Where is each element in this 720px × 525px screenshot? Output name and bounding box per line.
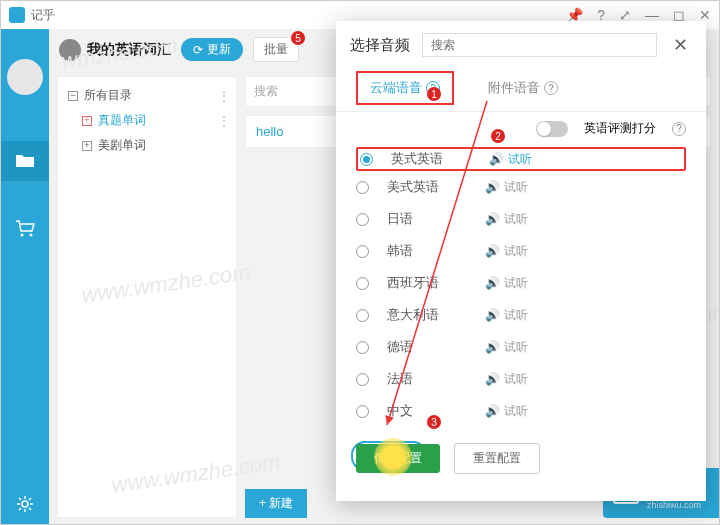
- preview-button[interactable]: 🔊试听: [485, 339, 528, 356]
- svg-point-0: [21, 234, 24, 237]
- language-label: 西班牙语: [387, 274, 467, 292]
- help-icon[interactable]: ?: [544, 81, 558, 95]
- preview-button[interactable]: 🔊试听: [485, 275, 528, 292]
- reset-config-button[interactable]: 重置配置: [454, 443, 540, 474]
- speaker-icon: 🔊: [485, 180, 500, 194]
- speaker-icon: 🔊: [485, 340, 500, 354]
- dialog-close-icon[interactable]: ✕: [669, 34, 692, 56]
- language-option[interactable]: 中文 🔊试听: [356, 395, 686, 427]
- language-option[interactable]: 德语 🔊试听: [356, 331, 686, 363]
- speaker-icon: 🔊: [485, 404, 500, 418]
- annotation-3: 3: [427, 415, 441, 429]
- update-button[interactable]: ⟳ 更新: [181, 38, 243, 61]
- language-label: 意大利语: [387, 306, 467, 324]
- radio-icon: [356, 341, 369, 354]
- language-option[interactable]: 日语 🔊试听: [356, 203, 686, 235]
- language-option[interactable]: 西班牙语 🔊试听: [356, 267, 686, 299]
- radio-icon: [356, 277, 369, 290]
- preview-button[interactable]: 🔊试听: [485, 403, 528, 420]
- language-label: 法语: [387, 370, 467, 388]
- app-name: 记乎: [31, 7, 55, 24]
- rail-folder[interactable]: [1, 141, 49, 181]
- speaker-icon: 🔊: [489, 152, 504, 166]
- eval-label: 英语评测打分: [584, 120, 656, 137]
- language-label: 韩语: [387, 242, 467, 260]
- tab-attachment-voice[interactable]: 附件语音?: [482, 75, 564, 101]
- tree-root[interactable]: −所有目录⋮: [62, 83, 232, 108]
- rail-settings[interactable]: [1, 484, 49, 524]
- language-label: 德语: [387, 338, 467, 356]
- svg-point-1: [30, 234, 33, 237]
- new-button[interactable]: + 新建: [245, 489, 307, 518]
- language-option[interactable]: 英式英语 🔊试听: [356, 147, 686, 171]
- language-option[interactable]: 意大利语 🔊试听: [356, 299, 686, 331]
- dialog-search-input[interactable]: [422, 33, 657, 57]
- radio-icon: [356, 405, 369, 418]
- speaker-icon: 🔊: [485, 372, 500, 386]
- annotation-5: 5: [291, 31, 305, 45]
- radio-icon: [356, 373, 369, 386]
- tree-item-meiju[interactable]: +美剧单词: [62, 133, 232, 158]
- avatar[interactable]: [7, 59, 43, 95]
- language-option[interactable]: 法语 🔊试听: [356, 363, 686, 395]
- profile-pic[interactable]: [59, 39, 81, 61]
- language-option[interactable]: 韩语 🔊试听: [356, 235, 686, 267]
- audio-dialog: 选择音频 ✕ 云端语音? 附件语音? 英语评测打分 ? 英式英语 🔊试听 美式英…: [336, 21, 706, 501]
- folder-tree: −所有目录⋮ +真题单词⋮ +美剧单词: [57, 76, 237, 518]
- preview-button[interactable]: 🔊试听: [485, 371, 528, 388]
- language-label: 美式英语: [387, 178, 467, 196]
- help-icon[interactable]: ?: [672, 122, 686, 136]
- language-option[interactable]: 美式英语 🔊试听: [356, 171, 686, 203]
- radio-icon: [356, 309, 369, 322]
- eval-toggle[interactable]: [536, 121, 568, 137]
- vocab-title: 我的英语词汇: [87, 41, 171, 59]
- tree-item-zhenti[interactable]: +真题单词⋮: [62, 108, 232, 133]
- radio-icon: [356, 245, 369, 258]
- language-label: 日语: [387, 210, 467, 228]
- radio-icon: [356, 213, 369, 226]
- language-label: 英式英语: [391, 150, 471, 168]
- app-logo: [9, 7, 25, 23]
- annotation-2: 2: [491, 129, 505, 143]
- radio-icon: [360, 153, 373, 166]
- preview-button[interactable]: 🔊试听: [485, 211, 528, 228]
- language-list: 英式英语 🔊试听 美式英语 🔊试听 日语 🔊试听 韩语 🔊试听 西班牙语 🔊试听…: [336, 145, 706, 429]
- preview-button[interactable]: 🔊试听: [485, 243, 528, 260]
- speaker-icon: 🔊: [485, 244, 500, 258]
- save-config-button[interactable]: 保存配置: [356, 444, 440, 473]
- svg-point-2: [22, 501, 28, 507]
- annotation-1: 1: [427, 87, 441, 101]
- preview-button[interactable]: 🔊试听: [485, 307, 528, 324]
- radio-icon: [356, 181, 369, 194]
- speaker-icon: 🔊: [485, 212, 500, 226]
- side-rail: [1, 29, 49, 524]
- language-label: 中文: [387, 402, 467, 420]
- speaker-icon: 🔊: [485, 308, 500, 322]
- dialog-title: 选择音频: [350, 36, 410, 55]
- preview-button[interactable]: 🔊试听: [485, 179, 528, 196]
- rail-cart[interactable]: [1, 209, 49, 249]
- speaker-icon: 🔊: [485, 276, 500, 290]
- preview-button[interactable]: 🔊试听: [489, 151, 532, 168]
